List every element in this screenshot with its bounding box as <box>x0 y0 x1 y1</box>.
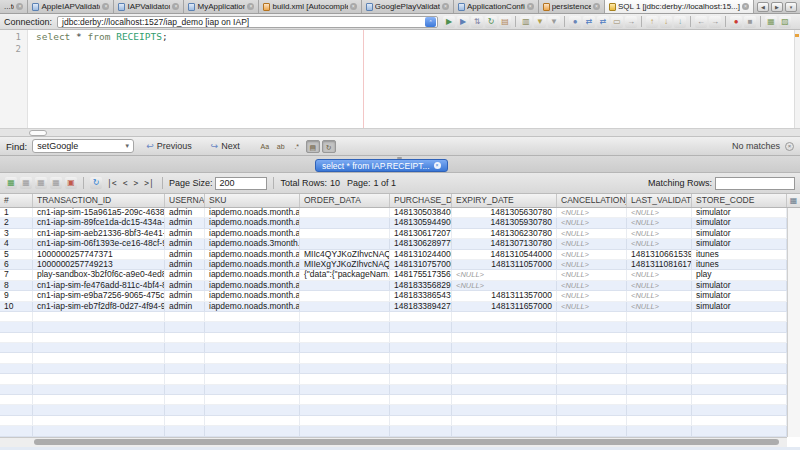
column-header-store-code[interactable]: STORE_CODE <box>692 194 787 207</box>
refresh-connection-icon[interactable]: ↻ <box>485 16 497 28</box>
record-macro-icon[interactable]: ● <box>730 16 742 28</box>
run-statement-icon[interactable]: ▶ <box>457 16 469 28</box>
column-header-last-validated[interactable]: LAST_VALIDATED <box>627 194 692 207</box>
table-cell[interactable]: 5 <box>0 250 33 259</box>
combo-arrow-icon[interactable]: ⌃⌄ <box>425 17 436 27</box>
table-cell[interactable]: <NULL> <box>627 218 692 227</box>
sql-code-line[interactable]: select * from RECEIPTS; <box>36 31 168 43</box>
result-set-tab[interactable]: select * from IAP.RECEIPT... × <box>315 159 448 172</box>
shift-left-icon[interactable]: ← <box>695 16 707 28</box>
table-cell[interactable]: 2 <box>0 218 33 227</box>
table-cell[interactable] <box>300 281 390 290</box>
tab-close-icon[interactable]: × <box>350 3 357 10</box>
cancel-edits-icon[interactable]: ▦ <box>50 177 62 189</box>
previous-page-button[interactable]: < <box>121 179 130 188</box>
table-cell[interactable]: admin <box>165 270 205 279</box>
table-cell[interactable]: 1481311357000 <box>452 291 557 300</box>
sql-editor[interactable]: 12 select * from RECEIPTS; <box>0 30 800 128</box>
table-row[interactable]: 10cn1-iap-sim-eb7f2df8-0d27-4f94-95...ad… <box>0 302 787 312</box>
tab-close-icon[interactable]: × <box>247 3 254 10</box>
table-cell[interactable]: 1481306172077 <box>390 229 452 238</box>
table-cell[interactable]: 1481305944906 <box>390 218 452 227</box>
table-cell[interactable]: simulator <box>692 239 787 248</box>
truncate-table-icon[interactable]: ▣ <box>65 177 77 189</box>
editor-tab-2[interactable]: IAPValidator.java× <box>114 0 184 13</box>
column-header-transaction-id[interactable]: TRANSACTION_ID <box>33 194 165 207</box>
table-cell[interactable]: <NULL> <box>557 281 627 290</box>
table-cell[interactable]: <NULL> <box>557 302 627 311</box>
table-cell[interactable]: simulator <box>692 229 787 238</box>
grid-vscrollbar[interactable] <box>787 208 800 437</box>
table-cell[interactable]: cn1-iap-sim-aeb21336-8bf3-4e41-b... <box>33 229 165 238</box>
swap-forward-icon[interactable]: ⇄ <box>597 16 609 28</box>
table-cell[interactable]: 9 <box>0 291 33 300</box>
insert-record-icon[interactable]: ▦ <box>5 177 17 189</box>
table-cell[interactable]: iapdemo.noads.month.auto <box>205 302 300 311</box>
uncomment-icon[interactable]: ▨ <box>779 16 791 28</box>
table-cell[interactable]: 1481310757000 <box>390 260 452 269</box>
table-cell[interactable]: 1481311057000 <box>452 260 557 269</box>
table-cell[interactable]: 1481305630780 <box>452 208 557 217</box>
table-cell[interactable]: <NULL> <box>557 260 627 269</box>
wrap-search-toggle[interactable]: ↻ <box>322 140 336 153</box>
editor-tab-8[interactable]: SQL 1 [jdbc:derby://localhost:15...]× <box>605 0 754 13</box>
new-file-icon[interactable]: ▤ <box>499 16 511 28</box>
editor-tab-5[interactable]: GooglePlayValidator.java× <box>362 0 454 13</box>
table-cell[interactable] <box>300 208 390 217</box>
table-row[interactable]: 8cn1-iap-sim-fe476add-811c-4bf4-84...adm… <box>0 281 787 291</box>
table-cell[interactable]: itunes <box>692 250 787 259</box>
table-cell[interactable]: admin <box>165 281 205 290</box>
table-row[interactable]: 2cn1-iap-sim-89fce1da-dc15-434a-81...adm… <box>0 218 787 228</box>
tab-close-icon[interactable]: × <box>102 3 109 10</box>
table-cell[interactable]: cn1-iap-sim-eb7f2df8-0d27-4f94-95... <box>33 302 165 311</box>
table-cell[interactable]: 1481310544000 <box>452 250 557 259</box>
save-dropdown-icon[interactable]: ▼ <box>534 16 546 28</box>
table-cell[interactable]: 1481833894272 <box>390 302 452 311</box>
table-cell[interactable]: <NULL> <box>627 302 692 311</box>
highlight-results-toggle[interactable]: ▤ <box>306 140 320 153</box>
connection-combobox[interactable]: jdbc:derby://localhost:1527/iap_demo [ia… <box>57 16 438 28</box>
grid-hscroll-thumb[interactable] <box>34 439 779 445</box>
editor-tab-3[interactable]: MyApplication.java× <box>184 0 259 13</box>
table-cell[interactable]: iapdemo.noads.month.auto <box>205 291 300 300</box>
find-previous-button[interactable]: ↩ Previous <box>139 141 199 151</box>
table-cell[interactable]: admin <box>165 250 205 259</box>
table-cell[interactable]: 1481833568291 <box>390 281 452 290</box>
column-header--[interactable]: # <box>0 194 33 207</box>
table-cell[interactable]: <NULL> <box>627 229 692 238</box>
table-cell[interactable]: play <box>692 270 787 279</box>
table-cell[interactable]: <NULL> <box>557 270 627 279</box>
table-cell[interactable]: 1481755173567 <box>390 270 452 279</box>
table-cell[interactable]: admin <box>165 218 205 227</box>
run-sql-icon[interactable]: ▶ <box>443 16 455 28</box>
table-cell[interactable]: admin <box>165 302 205 311</box>
table-cell[interactable]: 1481311657000 <box>452 302 557 311</box>
table-cell[interactable]: cn1-iap-sim-89fce1da-dc15-434a-81... <box>33 218 165 227</box>
whole-words-toggle[interactable]: ab <box>274 140 288 153</box>
table-cell[interactable]: 1481306289779 <box>390 239 452 248</box>
table-cell[interactable]: <NULL> <box>557 218 627 227</box>
table-cell[interactable]: iapdemo.noads.3month.auto <box>205 239 300 248</box>
table-cell[interactable]: 1481310661539 <box>627 250 692 259</box>
table-cell[interactable]: iapdemo.noads.month.auto <box>205 208 300 217</box>
regex-toggle[interactable]: .* <box>290 140 304 153</box>
tab-close-icon[interactable]: × <box>527 3 534 10</box>
grid-hscrollbar[interactable] <box>0 437 787 447</box>
column-header-order-data[interactable]: ORDER_DATA <box>300 194 390 207</box>
last-edit-icon[interactable]: ↓ <box>674 16 686 28</box>
scroll-tabs-left-button[interactable]: ◀ <box>757 2 769 12</box>
table-row[interactable]: 7play-sandbox-3b2f0f6c-a9e0-4ed8-b...adm… <box>0 270 787 280</box>
next-bookmark-icon[interactable]: → <box>625 16 637 28</box>
matching-rows-input[interactable] <box>715 177 795 190</box>
scroll-tabs-right-button[interactable]: ▶ <box>771 2 783 12</box>
table-cell[interactable]: admin <box>165 239 205 248</box>
column-header-expiry-date[interactable]: EXPIRY_DATE <box>452 194 557 207</box>
table-cell[interactable]: MIIc4QYJKoZIhvcNAQc... <box>300 250 390 259</box>
table-cell[interactable]: 1 <box>0 208 33 217</box>
table-cell[interactable]: 10 <box>0 302 33 311</box>
table-row[interactable]: 3cn1-iap-sim-aeb21336-8bf3-4e41-b...admi… <box>0 229 787 239</box>
find-close-icon[interactable]: × <box>785 142 794 151</box>
tab-close-icon[interactable]: × <box>593 3 600 10</box>
table-cell[interactable]: iapdemo.noads.month.auto <box>205 250 300 259</box>
table-cell[interactable]: 4 <box>0 239 33 248</box>
